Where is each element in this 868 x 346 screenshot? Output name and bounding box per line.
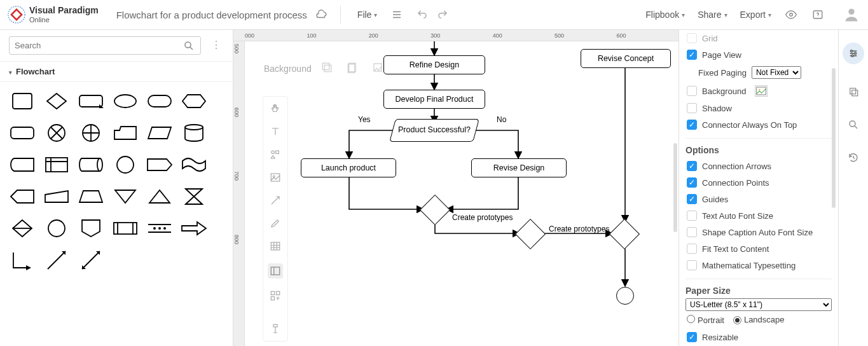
shape-hourglass[interactable] [179,184,209,209]
shape-offpage[interactable] [76,216,106,241]
shape-ellipse[interactable] [111,88,140,114]
edges [245,41,679,346]
menu-file[interactable]: File▾ [354,7,382,22]
shape-circle2[interactable] [42,216,71,241]
shape-rect-round[interactable] [76,88,106,114]
node-revise-design[interactable]: Revise Design [471,158,567,177]
chk-conn-arrows[interactable]: ✓ [687,161,697,171]
node-refine-design[interactable]: Refine Design [383,55,485,74]
radio-landscape[interactable]: Landscape [733,315,785,325]
svg-marker-23 [45,191,68,202]
history-icon[interactable] [848,152,859,163]
shape-arrow[interactable] [179,216,209,241]
text-icon[interactable] [270,126,281,137]
select-paper-size[interactable]: US-Letter (8.5" x 11") [685,298,832,311]
chk-grid[interactable] [687,33,697,43]
node-end[interactable] [616,287,634,305]
svg-point-60 [851,55,853,57]
shape-square[interactable] [8,88,37,114]
chk-math[interactable] [687,260,697,270]
shape-predefined[interactable] [111,216,140,241]
shape-diamond[interactable] [42,88,71,114]
search-input[interactable] [9,36,201,55]
pan-icon[interactable] [270,103,281,114]
node-gateway-3[interactable] [609,219,640,249]
canvas-scrollbar[interactable] [673,143,677,232]
doc-title[interactable]: Flowchart for a product development proc… [116,10,307,20]
menu-flipbook[interactable]: Flipbook▾ [642,7,689,22]
shape-circle[interactable] [111,152,140,177]
shape-tab[interactable] [111,120,140,146]
shape-manual-input[interactable] [42,184,71,209]
shape-tape[interactable] [179,152,209,177]
radio-portrait[interactable]: Portrait [687,315,724,325]
shape-triangle-up[interactable] [145,184,174,209]
shape-trapezoid[interactable] [76,184,106,209]
format-icon[interactable] [270,323,281,335]
chk-shadow[interactable] [687,103,697,113]
chk-guides[interactable]: ✓ [687,194,697,204]
chk-shape-caption[interactable] [687,227,697,237]
shape-circle-plus[interactable] [76,120,106,146]
undo-icon[interactable] [417,9,428,20]
chk-background[interactable] [687,86,697,96]
help-icon[interactable] [812,9,823,20]
preview-icon[interactable] [785,9,797,20]
shape-storage[interactable] [8,152,37,177]
canvas[interactable]: Background [245,41,679,346]
chk-connector-top[interactable]: ✓ [687,120,697,130]
node-launch[interactable]: Launch product [301,158,396,177]
chk-page-view[interactable]: ✓ [687,50,697,60]
shape-line-arrow[interactable] [42,247,71,273]
menu-share[interactable]: Share▾ [694,7,731,22]
node-gateway-1[interactable] [420,195,450,225]
zoom-icon[interactable] [848,119,859,130]
chk-resizable[interactable]: ✓ [687,332,697,342]
shape-line-bidir[interactable] [76,247,106,273]
pen-icon[interactable] [270,218,281,229]
shapes-icon[interactable] [270,149,281,160]
more-icon[interactable]: ⋮ [211,39,221,51]
shape-stadium[interactable] [145,88,174,114]
logo[interactable]: Visual Paradigm Online [8,6,99,24]
shape-sort[interactable] [8,216,37,241]
select-fixed-paging[interactable]: Not Fixed [752,66,801,79]
shape-cylinder-h[interactable] [76,152,106,177]
svg-point-57 [759,89,761,91]
arrow-tool-icon[interactable] [270,195,281,206]
chk-fit-text[interactable] [687,244,697,254]
shape-pentagon-left[interactable] [8,184,37,209]
svg-rect-14 [11,127,34,139]
copy-icon[interactable] [848,86,859,97]
shape-rect-round2[interactable] [8,120,37,146]
cloud-icon[interactable] [316,9,327,20]
node-develop[interactable]: Develop Final Product [383,90,485,109]
shape-annotation[interactable] [145,216,174,241]
chk-conn-points[interactable]: ✓ [687,177,697,188]
node-revise-concept[interactable]: Revise Concept [581,49,671,68]
layout-icon[interactable] [268,263,283,279]
shape-cylinder[interactable] [179,120,209,146]
section-flowchart[interactable]: Flowchart [0,62,233,82]
shape-circle-x[interactable] [42,120,71,146]
grid-icon[interactable] [270,290,281,301]
shape-bracket[interactable] [8,247,37,273]
user-icon[interactable] [843,6,860,24]
menu-export[interactable]: Export▾ [736,7,775,22]
table-icon[interactable] [270,240,281,252]
shape-hexagon[interactable] [179,88,209,114]
chk-text-auto[interactable] [687,211,697,221]
node-decision[interactable]: Product Successful? [389,119,479,142]
image-icon[interactable] [270,172,281,183]
image-swatch-icon[interactable] [755,85,768,97]
settings-icon[interactable] [843,43,864,64]
redo-icon[interactable] [437,9,448,20]
shape-parallelogram[interactable] [145,120,174,146]
shape-display[interactable] [145,152,174,177]
node-gateway-2[interactable] [515,219,546,249]
panel-scrollbar[interactable] [832,68,836,208]
hamburger-icon[interactable] [391,9,403,20]
svg-marker-35 [182,222,206,235]
shape-triangle-down[interactable] [111,184,140,209]
shape-internal[interactable] [42,152,71,177]
